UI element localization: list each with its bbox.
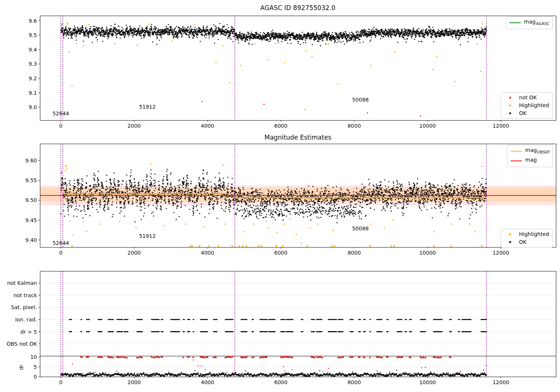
- x-tick-label: 10000: [419, 123, 436, 128]
- x-tick-label: 2000: [128, 123, 141, 128]
- plot2-marker-legend: Highlighted OK: [501, 229, 553, 248]
- legend-row-ok-2: OK: [504, 239, 549, 245]
- legend-label-highlighted-2: Highlighted: [519, 231, 549, 237]
- y-tick-label: 9.1: [29, 90, 37, 96]
- x-tick-label: 8000: [348, 380, 361, 385]
- mag-obsid-swatch-holder: [511, 151, 522, 152]
- ok-swatch-holder: [504, 112, 516, 114]
- legend-row-ok: OK: [504, 110, 549, 116]
- plot1-marker-legend: not OK Highlighted OK: [501, 92, 553, 119]
- ok2-swatch-holder: [504, 241, 516, 243]
- not-ok-marker-swatch: [509, 97, 511, 99]
- highlighted-swatch-holder: [504, 105, 516, 106]
- x-tick-label: 0: [59, 123, 63, 128]
- dr-tick-label: 0: [34, 374, 37, 379]
- x-tick-label: 0: [59, 250, 63, 255]
- y-tick-label: 9.55: [25, 178, 37, 183]
- not-ok-swatch-holder: [504, 97, 516, 99]
- legend-row-not-ok: not OK: [504, 94, 549, 101]
- legend-label-mag-agasc: magAGASC: [524, 19, 549, 27]
- y-tick-label: 9.50: [25, 197, 37, 203]
- ok-marker-swatch-2: [509, 241, 511, 243]
- plot1-title: AGASC ID 892755032.0: [260, 4, 335, 12]
- x-tick-label: 6000: [274, 250, 287, 255]
- y-tick-label: 9.2: [29, 76, 37, 81]
- legend-label-highlighted: Highlighted: [519, 102, 549, 109]
- agasc-magnitude-figure: AGASC ID 892755032.0 Magnitude Estimates…: [0, 0, 560, 392]
- y-tick-label: 9.45: [25, 218, 37, 223]
- flag-row-label: dr > 5: [21, 329, 37, 335]
- highlighted2-swatch-holder: [504, 233, 516, 235]
- legend-row-mag: mag: [511, 157, 549, 165]
- x-tick-label: 2000: [128, 380, 141, 385]
- legend-row-highlighted-2: Highlighted: [504, 231, 549, 237]
- obsid-annotation: 50088: [352, 226, 369, 231]
- plot1-line-legend: magAGASC: [506, 16, 553, 29]
- legend-label-ok: OK: [519, 110, 526, 116]
- flag-row-label: not Kalman: [7, 280, 37, 286]
- flag-row-label: OBS not OK: [7, 341, 37, 346]
- mag-agasc-line-swatch-holder: [510, 22, 521, 23]
- x-tick-label: 6000: [274, 123, 287, 128]
- plot2-line-legend: magOBSID mag: [507, 145, 553, 167]
- orange-line-swatch: [511, 151, 522, 152]
- obsid-annotation: 51912: [139, 233, 156, 239]
- x-tick-label: 4000: [201, 380, 214, 385]
- x-tick-label: 6000: [274, 380, 287, 385]
- y-tick-label: 9.3: [29, 61, 37, 66]
- x-tick-label: 4000: [201, 123, 214, 128]
- y-tick-label: 9.60: [25, 158, 37, 163]
- ok-marker-swatch: [509, 112, 511, 114]
- x-tick-label: 2000: [128, 250, 141, 255]
- x-tick-label: 4000: [201, 250, 214, 255]
- x-tick-label: 10000: [419, 380, 436, 385]
- obsid-annotation: 52644: [53, 111, 69, 116]
- legend-label-mag-obsid: magOBSID: [525, 147, 549, 155]
- flag-row-label: not track: [13, 293, 37, 298]
- highlighted-marker-swatch: [509, 105, 511, 106]
- x-tick-label: 10000: [419, 250, 436, 255]
- y-tick-label: 9.40: [25, 237, 37, 243]
- legend-row-mag-obsid: magOBSID: [511, 147, 549, 155]
- y-tick-label: 9.6: [29, 18, 37, 24]
- dr-axis-label: dr: [18, 365, 24, 370]
- y-tick-label: 9.5: [29, 32, 37, 38]
- y-tick-label: 9.4: [29, 47, 37, 52]
- dr-tick-label: 10: [30, 354, 37, 360]
- mag-swatch-holder: [511, 161, 522, 161]
- flag-row-label: Sat. pixel.: [11, 305, 37, 310]
- x-tick-label: 0: [59, 380, 63, 385]
- plot2-title: Magnitude Estimates: [264, 134, 331, 141]
- legend-label-not-ok: not OK: [519, 94, 537, 101]
- x-tick-label: 12000: [492, 250, 509, 255]
- legend-row-mag-agasc: magAGASC: [510, 19, 549, 27]
- highlighted-marker-swatch-2: [509, 233, 511, 235]
- x-tick-label: 8000: [348, 250, 361, 255]
- legend-label-mag: mag: [525, 157, 537, 165]
- flag-row-label: Ion. rad.: [15, 317, 37, 322]
- legend-label-ok-2: OK: [519, 239, 526, 245]
- x-tick-label: 12000: [492, 380, 509, 385]
- plots-canvas: [0, 0, 560, 392]
- dr-tick-label: 5: [34, 364, 37, 370]
- green-line-swatch: [510, 22, 521, 23]
- legend-row-highlighted: Highlighted: [504, 102, 549, 109]
- x-tick-label: 12000: [492, 123, 509, 128]
- obsid-annotation: 52644: [53, 240, 69, 246]
- y-tick-label: 9.0: [29, 105, 37, 110]
- x-tick-label: 8000: [348, 123, 361, 128]
- red-line-swatch: [511, 161, 522, 161]
- obsid-annotation: 50088: [352, 97, 369, 102]
- obsid-annotation: 51912: [139, 104, 156, 109]
